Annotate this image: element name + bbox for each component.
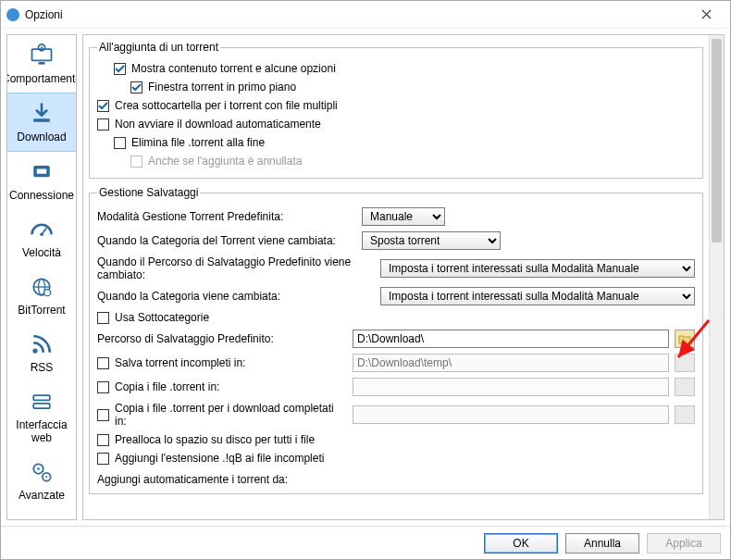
ethernet-icon [27,157,56,187]
apply-button: Applica [647,533,721,554]
checkbox-preallocate[interactable] [97,434,109,446]
label-incomplete-path: Salva torrent incompleti in: [115,356,245,369]
svg-rect-1 [39,62,45,65]
sidebar-item-connection[interactable]: Connessione [7,152,76,209]
sidebar-item-behavior[interactable]: Comportamento [7,35,76,93]
sidebar-item-label: Interfaccia web [9,418,74,444]
checkbox-copy-finished[interactable] [97,409,109,421]
input-default-path[interactable] [353,330,669,348]
sidebar: Comportamento Download Connessione Veloc… [6,34,77,520]
svg-rect-6 [37,169,47,174]
sidebar-item-label: Avanzate [19,489,65,502]
vertical-scrollbar[interactable] [709,35,724,519]
sidebar-item-label: Download [17,131,66,143]
label-on-path-change: Quando il Percorso di Salvataggio Predef… [97,255,375,281]
rss-icon [27,330,56,359]
monitor-gear-icon [27,41,56,70]
body: Comportamento Download Connessione Veloc… [1,29,730,526]
label-default-path: Percorso di Salvataggio Predefinito: [97,332,274,345]
browse-copy-torrent-button [675,378,695,396]
combo-on-cat-changed[interactable]: Imposta i torrent interessati sulla Moda… [380,287,695,305]
sidebar-item-label: BitTorrent [18,304,65,317]
label-preallocate: Prealloca lo spazio su disco per tutti i… [115,433,315,446]
svg-point-18 [37,467,40,470]
sidebar-item-download[interactable]: Download [7,93,76,152]
label-on-cat-change: Quando la Categoria del Torrent viene ca… [97,234,356,247]
checkbox-create-subdir[interactable] [97,100,109,112]
svg-rect-15 [33,404,50,408]
app-icon [6,8,19,21]
dialog-footer: OK Annulla Applica [1,526,730,559]
cancel-button[interactable]: Annulla [565,533,639,554]
combo-on-cat-change[interactable]: Sposta torrent [362,231,501,250]
sidebar-item-rss[interactable]: RSS [7,324,76,381]
checkbox-delete-torrent[interactable] [114,137,126,149]
sidebar-item-label: RSS [31,361,54,374]
scroll-thumb[interactable] [712,39,722,243]
sidebar-item-advanced[interactable]: Avanzate [7,452,76,509]
svg-rect-14 [33,395,50,400]
label-use-subcat: Usa Sottocategorie [115,311,209,324]
label-even-if-cancel: Anche se l'aggiunta è annullata [148,155,302,168]
ok-button[interactable]: OK [484,533,558,554]
browse-default-path-button[interactable] [675,330,695,348]
svg-point-13 [32,348,37,353]
combo-on-path-change[interactable]: Imposta i torrent interessati sulla Moda… [380,259,695,278]
group-on-add: All'aggiunta di un torrent Mostra conten… [89,41,703,179]
label-delete-torrent: Elimina file .torrent alla fine [131,136,265,149]
label-create-subdir: Crea sottocartella per i torrent con fil… [115,99,338,112]
sidebar-item-speed[interactable]: Velocità [7,209,76,267]
autoadd-section-header: Aggiungi automaticamente i torrent da: [97,473,695,486]
gauge-icon [27,215,56,244]
server-icon [27,387,56,417]
globe-gear-icon [27,272,56,302]
checkbox-bring-front[interactable] [130,81,142,93]
input-copy-torrent [353,378,669,396]
sidebar-item-bittorrent[interactable]: BitTorrent [7,267,76,324]
label-bring-front: Finestra torrent in primo piano [148,81,296,93]
label-no-autostart: Non avviare il download automaticamente [115,118,321,131]
group-save-legend: Gestione Salvataggi [97,186,200,199]
content-wrap: All'aggiunta di un torrent Mostra conten… [82,34,725,520]
label-copy-finished: Copia i file .torrent per i download com… [115,402,347,428]
sidebar-item-webui[interactable]: Interfaccia web [7,381,76,452]
close-button[interactable] [688,2,725,28]
browse-copy-finished-button [675,405,695,424]
window-title: Opzioni [25,8,688,21]
svg-line-8 [42,228,46,234]
svg-point-19 [45,476,47,478]
titlebar: Opzioni [1,1,730,29]
checkbox-use-subcat[interactable] [97,312,109,324]
checkbox-copy-torrent[interactable] [97,381,109,393]
download-icon [27,99,56,129]
svg-point-3 [41,46,43,48]
folder-icon [678,333,691,344]
checkbox-append-ext[interactable] [97,453,109,465]
label-show-content: Mostra contenuto torrent e alcune opzion… [131,62,336,75]
group-on-add-legend: All'aggiunta di un torrent [97,41,220,54]
checkbox-even-if-cancel [130,156,142,168]
combo-default-mode[interactable]: Manuale [362,207,445,226]
checkbox-no-autostart[interactable] [97,118,109,131]
checkbox-incomplete-path[interactable] [97,357,109,369]
sidebar-item-label: Comportamento [6,72,77,85]
group-save-management: Gestione Salvataggi Modalità Gestione To… [89,186,703,494]
gears-icon [27,457,56,487]
input-copy-finished [353,405,669,424]
label-on-cat-changed: Quando la Categoria viene cambiata: [97,290,375,303]
browse-incomplete-button [675,354,695,372]
checkbox-show-content[interactable] [114,63,126,75]
sidebar-item-label: Connessione [9,189,74,202]
svg-point-12 [44,290,51,296]
label-copy-torrent: Copia i file .torrent in: [115,380,219,393]
sidebar-item-label: Velocità [22,246,61,259]
input-incomplete-path [353,354,669,372]
options-window: Opzioni Comportamento Download [0,0,731,560]
content-panel: All'aggiunta di un torrent Mostra conten… [83,35,709,519]
label-append-ext: Aggiungi l'estensione .!qB ai file incom… [115,452,324,465]
label-default-mode: Modalità Gestione Torrent Predefinita: [97,210,356,223]
svg-rect-4 [33,118,50,122]
